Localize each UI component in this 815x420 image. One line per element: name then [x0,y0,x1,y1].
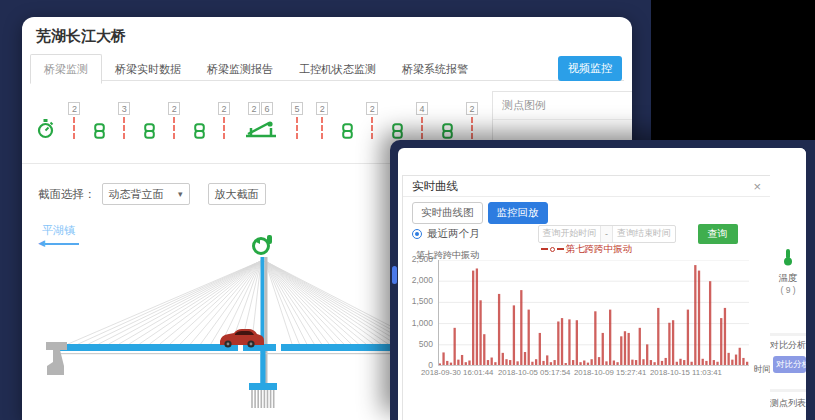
legend-label: 第七跨跨中振动 [566,243,633,256]
timer-icon [36,117,55,139]
y-tick-label: 2,500 [412,254,433,264]
chevron-down-icon: ▾ [178,189,183,199]
dialog-title: 实时曲线 [412,176,458,196]
compare-button[interactable]: 对比分析 [773,356,806,373]
dash-icon [371,117,373,139]
sensor-strip: 23222652242 [36,87,478,139]
y-tick-label: 1,000 [412,318,433,328]
close-icon[interactable]: × [753,176,761,196]
sensor-count-badge: 2 [168,102,180,115]
tab-3[interactable]: 桥梁监测报告 [194,55,286,83]
point-list-section-title: 测点列表 [770,397,806,410]
section-select-dropdown[interactable]: 动态背立面 ▾ [102,183,190,205]
bar-chart [438,260,749,366]
search-button[interactable]: 查询 [698,224,738,244]
tab-list: 桥梁监测桥梁实时数据桥梁监测报告工控机状态监测桥梁系统报警 [30,65,481,82]
section-select-value: 动态背立面 [109,187,164,202]
thermometer-icon [782,248,794,266]
zoom-section-button[interactable]: 放大截面 [208,183,266,205]
tab-bar: 桥梁监测桥梁实时数据桥梁监测报告工控机状态监测桥梁系统报警 视频监控 [30,54,624,81]
sensor-item-link[interactable] [342,102,353,139]
sensor-item-link[interactable] [442,102,453,139]
dialog-filter-row: 最近两个月 查询开始时间 - 查询结束时间 查询 [403,224,770,243]
dash-icon [123,117,125,139]
radio-label: 最近两个月 [427,227,480,241]
sensor-item-link[interactable] [194,102,205,139]
start-date-input[interactable]: 查询开始时间 [539,227,601,240]
link-icon [442,117,453,139]
dash-icon [223,117,225,139]
tab-1[interactable]: 桥梁监测 [30,54,102,84]
tab-4[interactable]: 工控机状态监测 [286,55,389,83]
legend-marker-line [557,248,564,250]
tab-5[interactable]: 桥梁系统报警 [389,55,481,83]
sensor-item-dash: 2 [68,102,80,139]
tab-2[interactable]: 桥梁实时数据 [102,55,194,83]
x-tick-label: 2018-10-15 11:03:41 [650,368,722,377]
special-icon [244,117,278,139]
sensor-count-badge: 2 [218,102,230,115]
y-tick-label: 500 [419,339,433,349]
dialog-tab-bar: 实时曲线图监控回放 [403,197,770,224]
end-date-input[interactable]: 查询结束时间 [613,227,675,240]
video-monitor-button[interactable]: 视频监控 [558,56,622,81]
legend-panel-title: 测点图例 [493,92,632,120]
sensor-item-dash: 2 [218,102,230,139]
sensor-item-link[interactable] [392,102,403,139]
tower-sensor-icon [254,235,273,254]
radio-last-two-months[interactable] [412,229,422,239]
link-icon [342,117,353,139]
y-tick-label: 1,500 [412,296,433,306]
x-tick-label: 2018-10-09 15:27:41 [574,368,646,377]
sensor-item-link[interactable] [144,102,155,139]
sensor-item-special[interactable]: 26 [244,102,278,139]
dialog-tab-1[interactable]: 实时曲线图 [412,202,483,224]
realtime-curve-dialog: 实时曲线 × 实时曲线图监控回放 最近两个月 查询开始时间 - 查询结束时间 查… [402,175,771,420]
legend-marker-circle [550,247,555,252]
sensor-item-dash: 4 [416,102,428,139]
overlay-window-content: 实时曲线 × 实时曲线图监控回放 最近两个月 查询开始时间 - 查询结束时间 查… [398,148,806,420]
section-select-row: 截面选择： 动态背立面 ▾ 放大截面 [38,183,266,205]
temperature-label: 温度 [770,272,806,285]
temperature-count: ( 9 ) [770,285,806,295]
divider [770,333,806,336]
link-icon [144,117,155,139]
dash-icon [321,117,323,139]
y-axis-ticks: 05001,0001,5002,0002,500 [403,260,436,366]
sensor-item-dash: 2 [168,102,180,139]
section-select-label: 截面选择： [38,187,96,202]
sensor-item-link[interactable] [94,102,105,139]
sidebar-strip: 温度 ( 9 ) 对比分析 对比分析 测点列表 [770,148,806,420]
compare-section-title: 对比分析 [770,339,806,352]
date-range-input[interactable]: 查询开始时间 - 查询结束时间 [538,225,676,243]
sensor-item-dash: 2 [366,102,378,139]
sensor-count-badge: 2 [316,102,328,115]
x-tick-label: 2018-09-30 16:01:44 [421,368,493,377]
divider [770,389,806,392]
x-axis-labels: 2018-09-30 16:01:442018-10-05 05:17:5420… [438,368,772,380]
scrollbar-thumb[interactable] [392,266,397,284]
sensor-count-badge: 2 [248,102,260,115]
dialog-tab-2[interactable]: 监控回放 [488,202,548,224]
dash-icon [296,117,298,139]
page-title: 芜湖长江大桥 [36,27,126,46]
sensor-count-badge: 3 [118,102,130,115]
black-backdrop [651,0,815,145]
dash-icon [421,117,423,139]
chart-plot-area [438,260,749,366]
x-axis-title: 时间 [754,364,771,376]
legend-marker-line [541,248,548,250]
dash-icon [173,117,175,139]
dash-icon [471,117,473,139]
dialog-header: 实时曲线 × [403,176,770,197]
link-icon [392,117,403,139]
dash-icon [73,117,75,139]
link-icon [194,117,205,139]
sensor-item-dash: 5 [291,102,303,139]
sensor-item-dash: 2 [316,102,328,139]
sensor-count-badge: 5 [291,102,303,115]
temperature-legend-item[interactable]: 温度 ( 9 ) [770,248,806,295]
sensor-item-dash: 3 [118,102,130,139]
sensor-item-timer[interactable] [36,102,55,139]
sensor-count-badge: 2 [366,102,378,115]
